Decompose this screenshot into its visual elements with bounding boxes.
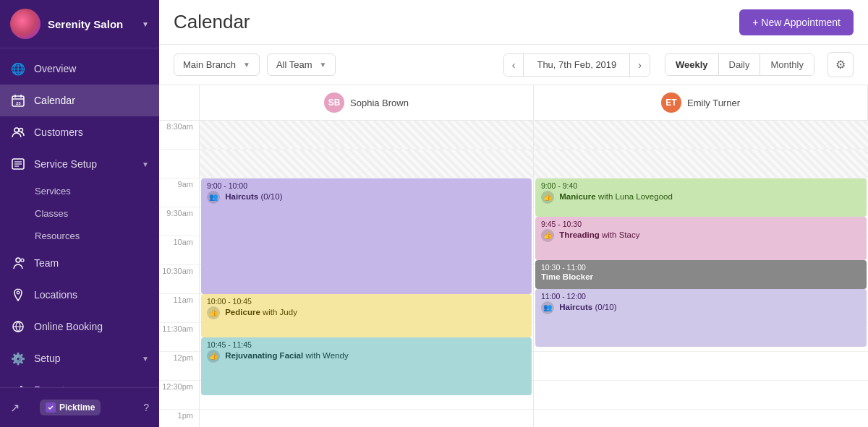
sidebar-label-customers: Customers (34, 126, 83, 138)
team-chevron-icon: ▼ (320, 61, 327, 69)
emily-avatar: ET (661, 92, 681, 113)
appt-sophia-pedicure[interactable]: 10:00 - 10:45 👍 Pedicure with Judy (201, 294, 532, 337)
appt-title: 👍 Rejuvanating Facial with Wendy (207, 350, 526, 363)
sidebar-label-services: Services (35, 186, 71, 197)
emily-name: Emily Turner (687, 98, 740, 108)
time-930am: 9:30am (159, 207, 199, 236)
group-icon: 👥 (541, 301, 554, 314)
calendar-icon: 23 (10, 92, 26, 108)
blocked-row (200, 121, 533, 150)
exit-button[interactable]: ↗ (0, 395, 30, 420)
appt-time: 10:30 - 11:00 (541, 263, 861, 272)
svg-point-12 (21, 259, 24, 262)
appt-title: 👍 Pedicure with Judy (207, 306, 526, 319)
sidebar-label-classes: Classes (35, 208, 68, 219)
logo-chevron-icon: ▼ (142, 20, 149, 28)
staff-header-sophia: SB Sophia Brown (200, 85, 534, 120)
svg-point-6 (20, 129, 23, 132)
branch-selector[interactable]: Main Branch ▼ (174, 53, 260, 76)
branch-label: Main Branch (183, 59, 236, 70)
appt-title: 👍 Manicure with Luna Lovegood (541, 191, 861, 204)
svg-point-11 (16, 258, 20, 262)
team-label: All Team (276, 59, 312, 70)
appt-emily-threading[interactable]: 9:45 - 10:30 👍 Threading with Stacy (535, 217, 867, 260)
svg-point-5 (14, 128, 19, 132)
appt-title: 👥 Haircuts (0/10) (541, 301, 861, 314)
sidebar-label-reports: Reports (34, 384, 69, 387)
date-label: Thu, 7th Feb, 2019 (524, 54, 629, 75)
appt-title: 👥 Haircuts (0/10) (207, 191, 526, 204)
topbar: Calendar + New Appointment (159, 0, 868, 45)
appt-time: 9:00 - 9:40 (541, 181, 861, 190)
picktime-logo[interactable]: Picktime (30, 394, 133, 421)
sidebar-item-locations[interactable]: Locations (0, 279, 159, 311)
calendar-body: 8:30am 9am 9:30am 10am 10:30am 11am 11:3… (159, 121, 868, 427)
appt-time: 9:45 - 10:30 (541, 220, 861, 228)
setup-icon: ⚙️ (10, 350, 26, 366)
calendar-header: SB Sophia Brown ET Emily Turner (159, 85, 868, 121)
blocked-row (200, 150, 533, 178)
sidebar-item-team[interactable]: Team (0, 247, 159, 279)
sidebar-item-setup[interactable]: ⚙️ Setup ▼ (0, 342, 159, 374)
thumbs-icon: 👍 (541, 229, 554, 242)
time-11am: 11am (159, 294, 199, 323)
team-selector[interactable]: All Team ▼ (267, 53, 336, 76)
app-logo[interactable]: Serenity Salon ▼ (0, 0, 159, 48)
time-830am: 8:30am (159, 121, 199, 150)
branch-chevron-icon: ▼ (243, 61, 250, 69)
appt-sophia-haircuts[interactable]: 9:00 - 10:00 👥 Haircuts (0/10) (201, 178, 532, 294)
time-10am: 10am (159, 236, 199, 265)
time-column: 8:30am 9am 9:30am 10am 10:30am 11am 11:3… (159, 121, 200, 427)
view-monthly-button[interactable]: Monthly (760, 54, 814, 75)
setup-chevron-icon: ▼ (142, 355, 149, 363)
service-setup-chevron-icon: ▼ (142, 160, 149, 168)
toolbar: Main Branch ▼ All Team ▼ ‹ Thu, 7th Feb,… (159, 45, 868, 85)
sidebar-label-service-setup: Service Setup (34, 158, 97, 170)
new-appointment-button[interactable]: + New Appointment (739, 9, 854, 35)
sophia-avatar: SB (324, 92, 344, 113)
online-booking-icon (10, 319, 26, 335)
sidebar-label-online-booking: Online Booking (34, 321, 103, 332)
sidebar-sub-service-setup: Services Classes Resources (0, 180, 159, 247)
logo-icon (10, 9, 41, 39)
sidebar-item-classes[interactable]: Classes (35, 202, 159, 225)
sidebar-item-services[interactable]: Services (35, 180, 159, 202)
view-daily-button[interactable]: Daily (719, 54, 761, 75)
sidebar-item-reports[interactable]: Reports (0, 374, 159, 387)
appt-emily-blocker[interactable]: 10:30 - 11:00 Time Blocker (535, 260, 867, 289)
globe-icon: 🌐 (10, 61, 26, 77)
time-1pm: 1pm (159, 410, 199, 427)
date-next-button[interactable]: › (629, 54, 650, 76)
thumbs-icon: 👍 (207, 350, 220, 363)
main-content: Calendar + New Appointment Main Branch ▼… (159, 0, 868, 427)
sidebar-item-resources[interactable]: Resources (35, 225, 159, 247)
emily-column: 9:00 - 9:40 👍 Manicure with Luna Lovegoo… (534, 121, 868, 427)
sidebar-label-resources: Resources (35, 230, 80, 241)
appt-time: 9:00 - 10:00 (207, 181, 526, 190)
appt-time: 10:00 - 10:45 (207, 297, 526, 306)
appt-emily-manicure[interactable]: 9:00 - 9:40 👍 Manicure with Luna Lovegoo… (535, 178, 867, 217)
sidebar-nav: 🌐 Overview 23 Calendar (0, 48, 159, 387)
time-1030am: 10:30am (159, 265, 199, 294)
service-setup-icon (10, 156, 26, 172)
view-weekly-button[interactable]: Weekly (665, 54, 719, 75)
sidebar-item-service-setup[interactable]: Service Setup ▼ (0, 148, 159, 180)
date-prev-button[interactable]: ‹ (504, 54, 524, 76)
svg-point-13 (17, 291, 20, 294)
help-button[interactable]: ? (133, 396, 159, 419)
sophia-name: Sophia Brown (350, 98, 409, 108)
sidebar-label-calendar: Calendar (34, 95, 75, 106)
appt-sophia-facial[interactable]: 10:45 - 11:45 👍 Rejuvanating Facial with… (201, 337, 532, 395)
appt-emily-haircuts[interactable]: 11:00 - 12:00 👥 Haircuts (0/10) (535, 289, 867, 347)
app-name: Serenity Salon (48, 18, 123, 30)
date-navigator: ‹ Thu, 7th Feb, 2019 › (503, 53, 650, 77)
time-12pm: 12pm (159, 352, 199, 381)
sidebar-item-calendar[interactable]: 23 Calendar (0, 85, 159, 116)
time-col-header (159, 85, 200, 120)
sidebar-item-online-booking[interactable]: Online Booking (0, 311, 159, 342)
sidebar-item-overview[interactable]: 🌐 Overview (0, 53, 159, 85)
sidebar-item-customers[interactable]: Customers (0, 116, 159, 148)
calendar-settings-button[interactable]: ⚙ (827, 52, 854, 77)
time-1230pm: 12:30pm (159, 381, 199, 410)
sidebar: Serenity Salon ▼ 🌐 Overview 23 Calendar (0, 0, 159, 427)
